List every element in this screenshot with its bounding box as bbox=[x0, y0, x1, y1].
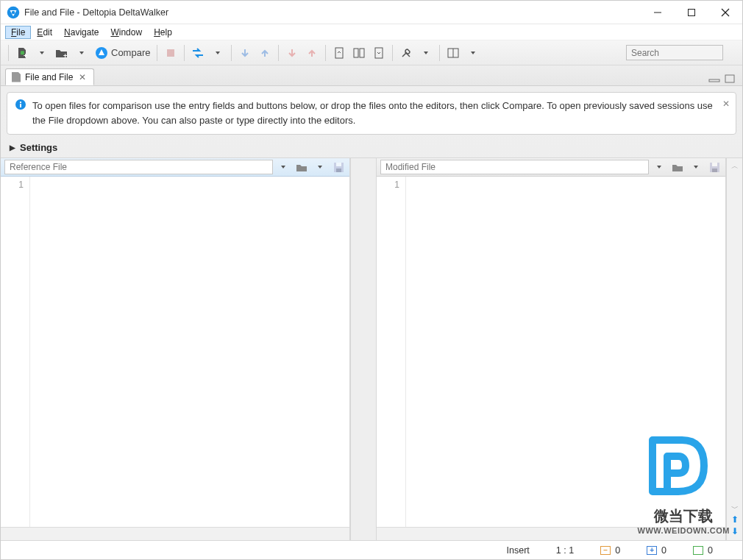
expand-icon: ▶ bbox=[10, 143, 15, 152]
tab-label: File and File bbox=[25, 72, 73, 82]
compare-label: Compare bbox=[111, 47, 150, 58]
info-icon bbox=[15, 99, 26, 128]
nav-down-icon[interactable]: ⬇ bbox=[731, 526, 739, 536]
tab-close-button[interactable]: ✕ bbox=[77, 72, 88, 82]
right-editor[interactable]: 1 bbox=[377, 177, 725, 527]
modified-file-history-button[interactable] bbox=[651, 160, 667, 174]
removed-icon: − bbox=[600, 546, 611, 555]
menu-edit[interactable]: Edit bbox=[31, 26, 58, 39]
swap-dropdown[interactable] bbox=[208, 43, 227, 63]
scroll-up-icon[interactable]: ︿ bbox=[731, 161, 739, 171]
nav-up-icon[interactable]: ⬆ bbox=[731, 514, 739, 525]
layout-dropdown[interactable] bbox=[463, 43, 483, 63]
svg-rect-21 bbox=[20, 102, 21, 103]
status-removed: −0 bbox=[600, 545, 620, 556]
scroll-down-icon[interactable]: ﹀ bbox=[731, 503, 739, 514]
menu-help[interactable]: Help bbox=[148, 26, 178, 39]
tools-dropdown[interactable] bbox=[416, 43, 436, 63]
main-toolbar: + + Compare bbox=[1, 40, 742, 65]
maximize-view-icon[interactable] bbox=[725, 74, 735, 83]
left-horizontal-scrollbar[interactable] bbox=[1, 527, 349, 540]
menubar: File Edit Navigate Window Help bbox=[1, 24, 742, 40]
window-maximize-button[interactable] bbox=[675, 1, 708, 24]
editor-tab[interactable]: File and File ✕ bbox=[5, 68, 94, 85]
modified-browse-dropdown[interactable] bbox=[688, 160, 704, 174]
right-gutter: 1 bbox=[377, 177, 406, 527]
statusbar: Insert 1 : 1 −0 +0 0 bbox=[1, 540, 742, 559]
toolbar-separator bbox=[231, 45, 232, 61]
changed-icon bbox=[693, 546, 703, 555]
doc-both-button[interactable] bbox=[349, 43, 369, 63]
svg-rect-26 bbox=[712, 163, 717, 166]
right-pane-header bbox=[377, 158, 725, 177]
toolbar-separator bbox=[157, 45, 157, 61]
layout-button[interactable] bbox=[444, 43, 463, 63]
right-pane: 1 bbox=[377, 158, 726, 540]
doc-prev-button[interactable] bbox=[330, 43, 349, 63]
left-gutter: 1 bbox=[1, 177, 30, 527]
status-added: +0 bbox=[647, 545, 666, 556]
search-wrap bbox=[626, 45, 723, 60]
toolbar-separator bbox=[8, 45, 9, 61]
copy-right-up-button[interactable] bbox=[302, 43, 321, 63]
settings-label: Settings bbox=[20, 142, 57, 153]
compare-button[interactable]: Compare bbox=[92, 43, 153, 63]
info-close-button[interactable]: ✕ bbox=[722, 99, 730, 109]
copy-right-down-button[interactable] bbox=[282, 43, 302, 63]
added-icon: + bbox=[647, 546, 657, 555]
svg-rect-13 bbox=[360, 49, 364, 57]
info-text: To open files for comparison use the ent… bbox=[32, 99, 715, 128]
settings-toggle[interactable]: ▶ Settings bbox=[1, 141, 742, 157]
compare-panes: 1 1 ︿ ﹀ ⬆ ⬇ bbox=[1, 157, 742, 540]
reference-browse-folder-button[interactable] bbox=[294, 160, 310, 174]
doc-next-button[interactable] bbox=[369, 43, 388, 63]
toolbar-separator bbox=[184, 45, 185, 61]
svg-rect-27 bbox=[712, 169, 717, 172]
modified-file-input[interactable] bbox=[380, 160, 649, 174]
stop-button[interactable] bbox=[161, 43, 180, 63]
status-mode: Insert bbox=[507, 545, 530, 556]
search-input[interactable] bbox=[626, 45, 723, 60]
svg-rect-18 bbox=[725, 75, 734, 82]
reference-file-input[interactable] bbox=[4, 160, 273, 174]
menu-window[interactable]: Window bbox=[104, 26, 148, 39]
svg-text:+: + bbox=[63, 52, 67, 59]
overview-ruler[interactable]: ︿ ﹀ ⬆ ⬇ bbox=[726, 158, 742, 540]
svg-rect-10 bbox=[167, 49, 174, 57]
left-pane-header bbox=[1, 158, 349, 177]
left-pane: 1 bbox=[1, 158, 350, 540]
swap-button[interactable] bbox=[188, 43, 207, 63]
window-titlebar: File and File - Deltopia DeltaWalker bbox=[1, 1, 742, 24]
file-icon bbox=[12, 72, 21, 82]
minimize-view-icon[interactable] bbox=[708, 74, 720, 83]
menu-file[interactable]: File bbox=[5, 26, 31, 39]
window-minimize-button[interactable] bbox=[641, 1, 675, 24]
svg-rect-17 bbox=[709, 79, 719, 82]
new-file-dropdown[interactable] bbox=[32, 43, 51, 63]
svg-rect-23 bbox=[336, 163, 341, 166]
window-title: File and File - Deltopia DeltaWalker bbox=[24, 7, 641, 18]
svg-rect-14 bbox=[375, 48, 383, 58]
new-folder-button[interactable]: + bbox=[52, 43, 71, 63]
reference-browse-dropdown[interactable] bbox=[312, 160, 328, 174]
modified-browse-folder-button[interactable] bbox=[669, 160, 686, 174]
svg-rect-3 bbox=[689, 9, 695, 15]
workarea: To open files for comparison use the ent… bbox=[1, 86, 742, 540]
tools-button[interactable] bbox=[397, 43, 416, 63]
modified-save-button[interactable] bbox=[706, 160, 722, 174]
new-file-button[interactable]: + bbox=[13, 43, 32, 63]
editor-tabstrip: File and File ✕ bbox=[1, 65, 742, 86]
info-banner: To open files for comparison use the ent… bbox=[7, 92, 736, 135]
new-folder-dropdown[interactable] bbox=[72, 43, 91, 63]
status-cursor-position: 1 : 1 bbox=[556, 545, 574, 556]
copy-left-down-button[interactable] bbox=[235, 43, 255, 63]
reference-file-history-button[interactable] bbox=[275, 160, 291, 174]
left-editor[interactable]: 1 bbox=[1, 177, 349, 527]
center-link-column bbox=[350, 158, 377, 540]
window-close-button[interactable] bbox=[708, 1, 742, 24]
copy-left-up-button[interactable] bbox=[255, 43, 274, 63]
right-horizontal-scrollbar[interactable] bbox=[377, 527, 725, 540]
reference-save-button[interactable] bbox=[330, 160, 346, 174]
svg-rect-12 bbox=[354, 49, 358, 57]
menu-navigate[interactable]: Navigate bbox=[58, 26, 104, 39]
